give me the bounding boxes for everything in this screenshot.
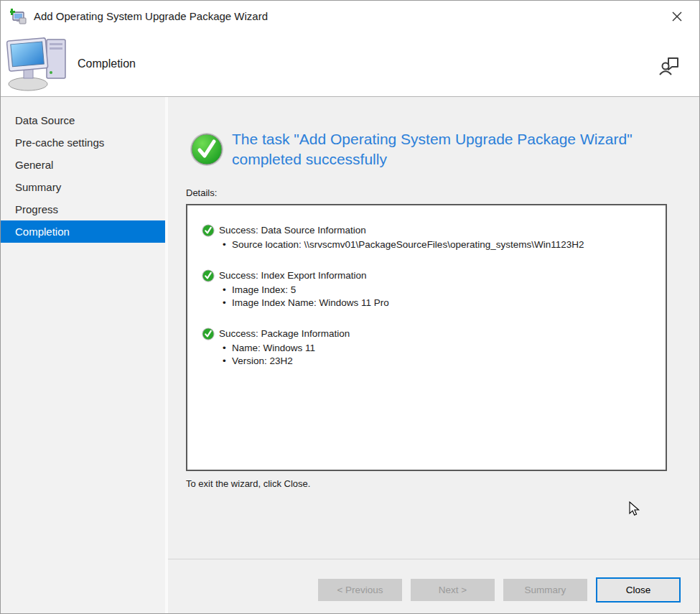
window-title: Add Operating System Upgrade Package Wiz…: [34, 1, 268, 32]
computer-icon: [6, 34, 73, 93]
sidebar-item-general[interactable]: General: [1, 154, 165, 176]
footer-button-bar: < Previous Next > Summary Close: [168, 575, 700, 605]
close-window-button[interactable]: [661, 1, 694, 32]
close-x-icon: [671, 11, 683, 22]
previous-button: < Previous: [318, 579, 402, 601]
mouse-cursor: [629, 501, 640, 517]
detail-bullet: Name: Windows 11: [223, 342, 653, 355]
detail-group-index-export: Success: Index Export Information Image …: [202, 269, 653, 310]
wizard-window: Add Operating System Upgrade Package Wiz…: [0, 0, 700, 614]
completion-message: The task "Add Operating System Upgrade P…: [232, 129, 691, 169]
sidebar-item-completion[interactable]: Completion: [1, 220, 165, 243]
footer-divider: [168, 559, 700, 559]
detail-head: Success: Data Source Information: [202, 224, 653, 237]
summary-button: Summary: [503, 579, 587, 601]
green-check-icon: [190, 132, 224, 167]
wizard-header: Completion: [1, 32, 699, 97]
details-label: Details:: [186, 187, 217, 198]
feedback-button[interactable]: [658, 54, 682, 78]
feedback-person-icon: [658, 55, 681, 78]
detail-bullet: Version: 23H2: [223, 355, 653, 368]
page-title: Completion: [78, 32, 136, 96]
detail-title: Success: Package Information: [219, 327, 350, 340]
title-bar: Add Operating System Upgrade Package Wiz…: [1, 1, 699, 32]
detail-head: Success: Index Export Information: [202, 269, 653, 282]
completion-page: The task "Add Operating System Upgrade P…: [168, 97, 700, 614]
detail-title: Success: Data Source Information: [219, 224, 366, 237]
wizard-steps-sidebar: Data Source Pre-cache settings General S…: [1, 97, 168, 614]
green-check-icon: [202, 269, 215, 282]
detail-bullet: Image Index: 5: [223, 284, 653, 297]
next-button: Next >: [411, 579, 495, 601]
computer-add-icon: [10, 8, 27, 25]
green-check-icon: [202, 224, 215, 237]
sidebar-item-progress[interactable]: Progress: [1, 198, 165, 220]
sidebar-item-pre-cache-settings[interactable]: Pre-cache settings: [1, 131, 165, 154]
exit-note: To exit the wizard, click Close.: [186, 478, 310, 489]
detail-head: Success: Package Information: [202, 327, 653, 340]
details-panel: Success: Data Source Information Source …: [186, 204, 667, 471]
wizard-body: Data Source Pre-cache settings General S…: [1, 97, 700, 614]
sidebar-item-summary[interactable]: Summary: [1, 176, 165, 198]
detail-group-data-source: Success: Data Source Information Source …: [202, 224, 653, 252]
close-button[interactable]: Close: [596, 577, 681, 603]
detail-title: Success: Index Export Information: [219, 269, 367, 282]
green-check-icon: [202, 327, 215, 340]
detail-bullet: Image Index Name: Windows 11 Pro: [223, 297, 653, 310]
detail-bullet: Source location: \\srvscmv01\PackageSour…: [223, 238, 653, 252]
detail-group-package: Success: Package Information Name: Windo…: [202, 327, 653, 368]
sidebar-item-data-source[interactable]: Data Source: [1, 109, 165, 131]
